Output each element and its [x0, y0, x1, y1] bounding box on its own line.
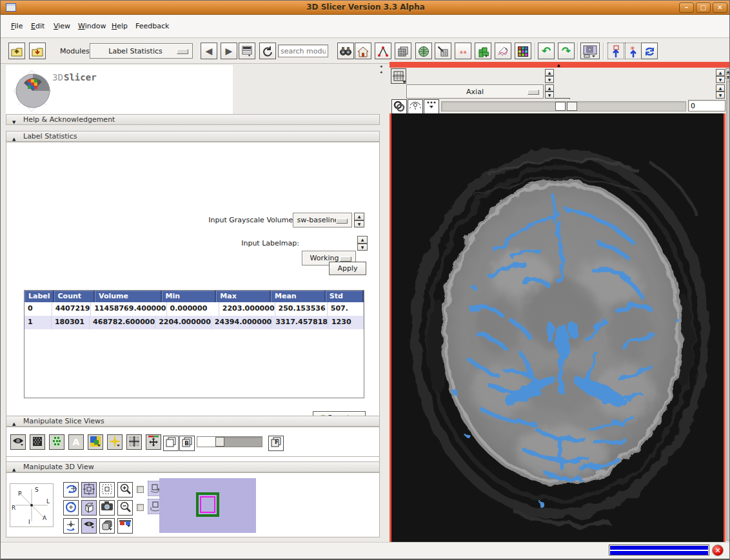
menu-view[interactable]: View	[52, 22, 72, 32]
data-module-button[interactable]	[337, 43, 354, 59]
maximize-button[interactable]: □	[696, 3, 711, 13]
home-button[interactable]	[355, 43, 371, 59]
slice-visibility-button[interactable]	[408, 99, 423, 115]
colors-module-button[interactable]	[515, 43, 531, 59]
zoom-in-button[interactable]	[117, 482, 133, 497]
slice-options-button[interactable]	[424, 99, 439, 115]
module-refresh-button[interactable]	[259, 43, 276, 59]
annotations-button[interactable]: A	[68, 434, 84, 450]
axial-slice-view[interactable]	[390, 113, 725, 542]
rotate-ccw-button[interactable]	[63, 500, 79, 516]
menu-file[interactable]: File	[10, 22, 24, 32]
screen-capture-button[interactable]	[641, 43, 658, 59]
label-opacity-slider[interactable]	[197, 436, 262, 447]
slice-offset-entry[interactable]	[688, 100, 725, 111]
load-scene-button[interactable]	[8, 43, 25, 59]
look-from-axis-button[interactable]	[63, 518, 79, 534]
spin-down-icon[interactable]: ▼	[357, 244, 368, 251]
scroll-up-icon[interactable]: ▲	[725, 68, 730, 73]
spin-checkbox[interactable]	[137, 486, 144, 493]
col-header[interactable]: Label	[25, 291, 54, 302]
slice-color-bar[interactable]: ▲	[390, 62, 730, 68]
save-scene-button[interactable]	[29, 43, 46, 59]
slice-plane-widget-button[interactable]: ▼	[391, 68, 406, 84]
slice-visibility-button[interactable]	[10, 434, 26, 450]
table-row[interactable]: 0 4407219 11458769.400000 0.000000 2203.…	[25, 302, 364, 316]
zoom-out-button[interactable]	[117, 500, 133, 516]
orientation-select[interactable]: Axial	[406, 84, 544, 99]
pane-collapse-right-icon[interactable]: ◂	[380, 70, 382, 75]
scroll-track[interactable]	[726, 81, 730, 541]
view-cube-button[interactable]	[81, 500, 97, 516]
background-spinner[interactable]: ▲▼	[716, 84, 725, 99]
foreground-spinner[interactable]: ▲▼	[716, 69, 725, 83]
col-header[interactable]: Volume (mm^3)	[95, 291, 162, 302]
label-outline-button[interactable]	[49, 434, 64, 450]
slider-handle[interactable]	[555, 102, 566, 111]
col-header[interactable]: Max	[216, 291, 271, 302]
slider-handle[interactable]	[215, 437, 224, 447]
section-label-statistics[interactable]: ▲ Label Statistics	[6, 131, 380, 142]
module-selector[interactable]: Label Statistics	[90, 43, 193, 59]
rotate-view-button[interactable]	[63, 482, 79, 497]
screenshot-button[interactable]	[99, 500, 115, 516]
layout-chooser-button[interactable]	[580, 43, 600, 59]
col-header[interactable]: Std	[326, 291, 364, 302]
transforms-module-button[interactable]	[435, 43, 451, 59]
scroll-down-icon[interactable]: ▼	[725, 74, 730, 79]
grayscale-volume-select[interactable]: sw-baseline	[293, 213, 352, 227]
section-manipulate-slice-views[interactable]: ▲ Manipulate Slice Views	[6, 416, 380, 427]
col-header[interactable]: Count	[54, 291, 95, 302]
search-modules-input[interactable]	[278, 44, 328, 57]
menu-window[interactable]: Window	[77, 22, 107, 32]
crosshair-button[interactable]	[107, 434, 123, 450]
orientation-spinner[interactable]: ▲▼	[545, 69, 554, 83]
navigation-view[interactable]	[159, 478, 256, 533]
background-layer-button[interactable]: B	[179, 436, 195, 451]
pane-collapse-left-icon[interactable]: ◂	[380, 64, 382, 69]
col-header[interactable]: Mean	[271, 291, 326, 302]
module-next-button[interactable]: ▶	[221, 43, 237, 59]
menu-feedback[interactable]: Feedback	[134, 22, 170, 32]
stacked-layers-button[interactable]	[99, 518, 115, 534]
spin-up-icon[interactable]: ▲	[357, 236, 368, 244]
menu-edit[interactable]: Edit	[30, 22, 46, 32]
spin-up-icon[interactable]: ▲	[354, 213, 364, 220]
redo-button[interactable]: ↷	[558, 43, 575, 59]
label-layer-button[interactable]	[88, 434, 103, 450]
pan-button[interactable]	[146, 434, 161, 450]
minimize-button[interactable]: –	[679, 3, 694, 13]
label-spinner[interactable]: ▲▼	[545, 84, 554, 99]
menu-help[interactable]: Help	[110, 22, 129, 32]
slice-offset-slider[interactable]	[441, 101, 686, 111]
link-slices-button[interactable]	[391, 99, 407, 115]
title-bar[interactable]: 3D Slicer Version 3.3 Alpha – □ ✕	[1, 1, 730, 15]
collapse-controls-icon[interactable]: ▲	[557, 63, 560, 67]
grayscale-volume-spinner[interactable]: ▲▼	[354, 213, 364, 227]
fiducials-module-button[interactable]: ✳✳✳	[455, 43, 471, 59]
center-view-button[interactable]	[81, 482, 97, 497]
module-history-button[interactable]	[239, 43, 255, 59]
fit-to-window-button[interactable]	[163, 436, 179, 451]
cancel-button[interactable]: ✕	[712, 545, 724, 556]
rock-checkbox[interactable]	[137, 504, 144, 511]
models-module-button[interactable]	[415, 43, 432, 59]
viewer-v-scrollbar[interactable]: ▲ ▼ ▼	[725, 68, 730, 550]
fiducial-star-button[interactable]: ✳	[625, 43, 642, 59]
table-row[interactable]: 1 180301 468782.600000 2204.000000 24394…	[25, 316, 364, 329]
stereo-button[interactable]	[117, 518, 133, 534]
orientation-axes-widget[interactable]: S P L R I A	[10, 483, 54, 527]
foreground-layer-button[interactable]: F	[268, 436, 284, 451]
close-button[interactable]: ✕	[713, 3, 727, 13]
module-prev-button[interactable]: ◀	[201, 43, 217, 59]
spin-down-icon[interactable]: ▼	[354, 220, 364, 228]
editor-module-button[interactable]	[475, 43, 491, 59]
col-header[interactable]: Min	[162, 291, 217, 302]
measurements-module-button[interactable]	[495, 43, 511, 59]
section-help-acknowledgement[interactable]: ▼ Help & Acknowledgement	[6, 114, 380, 125]
volumes-module-button[interactable]	[395, 43, 411, 59]
section-manipulate-3d-view[interactable]: ▲ Manipulate 3D View	[6, 461, 380, 472]
apply-button[interactable]: Apply	[329, 262, 366, 275]
slider-handle2[interactable]	[567, 102, 577, 111]
angle-tool-button[interactable]	[375, 43, 391, 59]
